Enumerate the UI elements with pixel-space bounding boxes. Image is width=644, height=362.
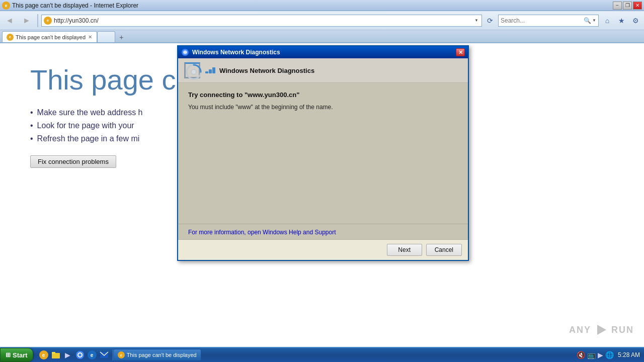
ie-titlebar: e This page can't be displayed - Interne…	[0, 0, 644, 11]
ql-ie2-icon[interactable]: e	[87, 349, 98, 360]
main-content: This page c Make sure the web address h …	[0, 43, 644, 347]
ql-outlook-icon[interactable]	[99, 349, 110, 360]
toolbar-right-buttons: ⌂ ★ ⚙	[601, 14, 642, 27]
address-bar-container: e ▼	[41, 15, 482, 27]
system-tray: 🔇 📺 ▶ 🌐 5:28 AM	[573, 351, 644, 359]
diagnostics-spinner-icon	[184, 62, 200, 78]
search-bar-container: 🔍 ▼	[498, 15, 599, 27]
back-button[interactable]: ◄	[2, 13, 17, 28]
window-controls: − ❐ ✕	[613, 2, 642, 10]
refresh-button[interactable]: ⟳	[484, 15, 496, 27]
tab-0[interactable]: e This page can't be displayed ✕	[2, 31, 97, 42]
taskbar-ie-item[interactable]: e This page can't be displayed	[113, 349, 201, 361]
tab-favicon: e	[7, 34, 14, 41]
help-link[interactable]: For more information, open Windows Help …	[188, 229, 336, 236]
tray-monitor-icon[interactable]: 📺	[587, 351, 596, 359]
start-label: Start	[13, 351, 28, 359]
address-input[interactable]	[54, 17, 471, 24]
tray-audio-icon[interactable]: 🔇	[577, 351, 585, 359]
dialog-close-button[interactable]: ✕	[456, 48, 465, 56]
svg-rect-10	[52, 352, 55, 354]
search-input[interactable]	[501, 17, 583, 24]
dialog-titlebar: Windows Network Diagnostics ✕	[178, 46, 468, 58]
ql-chrome-icon[interactable]	[74, 349, 86, 360]
window-title: This page can't be displayed - Internet …	[12, 2, 138, 9]
close-window-button[interactable]: ✕	[633, 2, 642, 10]
minimize-button[interactable]: −	[613, 2, 622, 10]
svg-point-13	[78, 353, 82, 356]
search-button[interactable]: 🔍	[584, 17, 591, 24]
restore-button[interactable]: ❐	[623, 2, 632, 10]
dialog-header-title: Windows Network Diagnostics	[219, 67, 314, 74]
dialog-buttons: Next Cancel	[178, 239, 468, 260]
forward-button[interactable]: ►	[19, 13, 34, 28]
svg-point-4	[192, 70, 196, 74]
svg-marker-8	[597, 325, 606, 335]
network-icon	[204, 64, 216, 76]
dialog-title-left: Windows Network Diagnostics	[181, 48, 280, 56]
next-button[interactable]: Next	[387, 244, 422, 256]
dialog-title-text: Windows Network Diagnostics	[192, 49, 280, 56]
dialog-footer-link: For more information, open Windows Help …	[178, 224, 468, 239]
taskbar-quick-launch: e ▶ e	[35, 349, 113, 360]
svg-rect-5	[205, 71, 208, 73]
dialog-header: Windows Network Diagnostics	[178, 58, 468, 83]
tab-label-0: This page can't be displayed	[16, 34, 86, 40]
favorites-button[interactable]: ★	[615, 14, 628, 27]
fix-connection-button[interactable]: Fix connection problems	[30, 155, 116, 168]
tab-1[interactable]	[97, 31, 115, 42]
taskbar-items: e This page can't be displayed	[113, 349, 573, 361]
cancel-button[interactable]: Cancel	[426, 244, 462, 256]
tools-button[interactable]: ⚙	[629, 14, 642, 27]
taskbar-ie-favicon: e	[118, 351, 125, 358]
ie-toolbar: ◄ ► e ▼ ⟳ 🔍 ▼ ⌂ ★ ⚙	[0, 11, 644, 30]
anyrun-play-icon	[594, 323, 608, 337]
address-ie-icon: e	[44, 17, 52, 25]
taskbar-clock: 5:28 AM	[618, 351, 640, 358]
tab-close-0[interactable]: ✕	[88, 34, 93, 40]
windows-logo-icon: ⊞	[6, 351, 11, 358]
connect-desc: You must include "www" at the beginning …	[188, 103, 458, 112]
search-dropdown-button[interactable]: ▼	[592, 18, 596, 23]
toolbar-separator	[37, 14, 38, 27]
new-tab-button[interactable]: +	[116, 32, 126, 42]
taskbar-ie-label: This page can't be displayed	[127, 352, 197, 358]
home-button[interactable]: ⌂	[601, 14, 614, 27]
dialog-title-icon	[181, 48, 189, 56]
address-dropdown-button[interactable]: ▼	[473, 18, 479, 23]
start-button[interactable]: ⊞ Start	[0, 348, 33, 362]
ie-logo-icon: e	[2, 2, 10, 10]
svg-rect-6	[209, 69, 212, 73]
tray-play-icon[interactable]: ▶	[598, 351, 603, 359]
svg-rect-7	[212, 67, 215, 73]
ql-ie-icon[interactable]: e	[38, 349, 49, 360]
anyrun-watermark: ANY RUN	[569, 323, 634, 337]
wnd-dialog: Windows Network Diagnostics ✕	[177, 45, 469, 261]
connect-title: Try connecting to "www.yun300.cn"	[188, 91, 458, 99]
tray-network-icon[interactable]: 🌐	[605, 351, 614, 359]
tab-label-1	[102, 34, 111, 40]
dialog-body: Try connecting to "www.yun300.cn" You mu…	[178, 83, 468, 224]
ql-folder-icon[interactable]	[50, 349, 61, 360]
ql-media-icon[interactable]: ▶	[62, 349, 73, 360]
tab-bar: e This page can't be displayed ✕ +	[0, 30, 644, 43]
spinner-svg	[186, 64, 202, 80]
taskbar: ⊞ Start e ▶ e	[0, 347, 644, 362]
title-left: e This page can't be displayed - Interne…	[2, 2, 138, 10]
